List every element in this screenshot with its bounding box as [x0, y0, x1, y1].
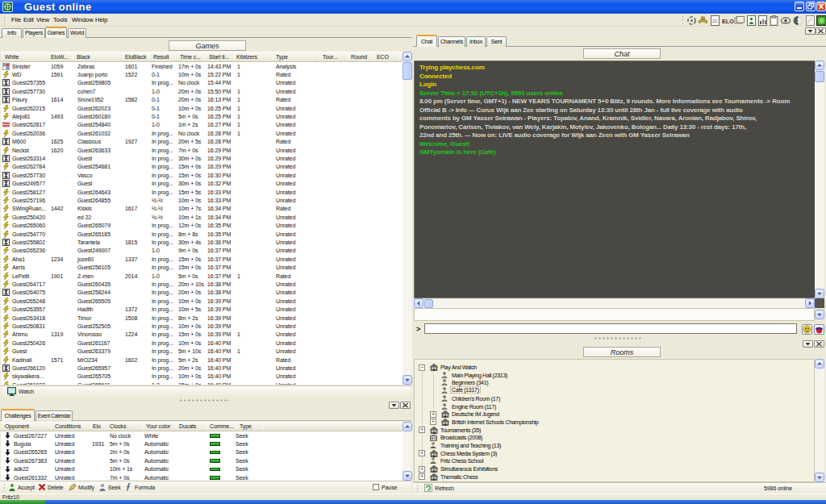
svg-text:1: 1: [797, 17, 801, 24]
svg-text:21: 21: [712, 19, 718, 23]
svg-text:ELO: ELO: [722, 18, 734, 25]
